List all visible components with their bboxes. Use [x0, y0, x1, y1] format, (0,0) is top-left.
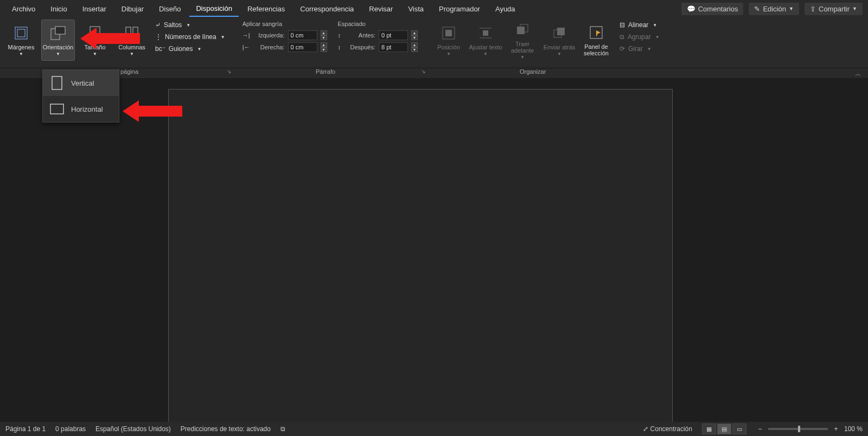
status-language[interactable]: Español (Estados Unidos): [95, 425, 171, 433]
rotate-button: ⟳ Girar ▼: [616, 43, 663, 54]
tab-diseno[interactable]: Diseño: [152, 2, 187, 16]
status-words[interactable]: 0 palabras: [55, 425, 86, 433]
print-layout-button[interactable]: ▤: [717, 424, 731, 434]
line-numbers-icon: ⋮: [155, 33, 162, 41]
spin-up[interactable]: ▲: [411, 30, 418, 35]
send-backward-icon: [551, 24, 568, 42]
spacing-before-label: Antes:: [344, 32, 375, 39]
share-label: Compartir: [819, 5, 850, 13]
status-page[interactable]: Página 1 de 1: [5, 425, 46, 433]
focus-mode-button[interactable]: ⤢ Concentración: [643, 425, 692, 433]
chevron-down-icon: ▼: [483, 52, 488, 56]
spin-up[interactable]: ▲: [321, 30, 327, 35]
page-setup-dialog-launcher[interactable]: ↘: [227, 68, 231, 74]
svg-rect-14: [557, 28, 565, 35]
margins-label: Márgenes: [8, 44, 35, 50]
spin-down[interactable]: ▼: [411, 47, 418, 52]
chevron-down-icon: ▼: [56, 52, 60, 56]
tab-referencias[interactable]: Referencias: [241, 2, 291, 16]
spin-up[interactable]: ▲: [321, 42, 327, 47]
tab-dibujar[interactable]: Dibujar: [115, 2, 150, 16]
send-label: Enviar atrás: [544, 44, 576, 50]
spacing-before-input[interactable]: [379, 30, 408, 40]
margins-button[interactable]: Márgenes ▼: [4, 20, 38, 61]
svg-rect-1: [17, 29, 25, 37]
indent-left-label: Izquierda:: [253, 32, 285, 39]
breaks-button[interactable]: ⤶ Saltos ▼: [152, 20, 228, 30]
hyphenation-icon: bc⁻: [155, 45, 165, 53]
orientation-vertical-item[interactable]: Vertical: [43, 70, 119, 96]
tab-archivo[interactable]: Archivo: [5, 2, 42, 16]
document-page[interactable]: [168, 89, 673, 436]
svg-rect-0: [15, 27, 27, 39]
chevron-down-icon: ▼: [186, 23, 190, 28]
spacing-before-icon: ↕: [338, 32, 341, 39]
orientation-horizontal-item[interactable]: Horizontal: [43, 96, 119, 122]
tab-disposicion[interactable]: Disposición: [189, 1, 238, 17]
line-numbers-button[interactable]: ⋮ Números de línea ▼: [152, 31, 228, 42]
view-buttons: ▦ ▤ ▭: [702, 424, 746, 434]
accessibility-icon[interactable]: ⧉: [280, 425, 285, 433]
line-numbers-label: Números de línea: [165, 33, 216, 41]
align-icon: ⊟: [620, 21, 625, 29]
paragraph-group-label: Párrafo: [316, 68, 335, 75]
wrap-text-icon: [477, 24, 494, 42]
zoom-value[interactable]: 100 %: [844, 425, 863, 433]
tab-vista[interactable]: Vista: [401, 2, 430, 16]
group-obj-label: Agrupar: [628, 33, 651, 41]
spin-down[interactable]: ▼: [321, 35, 327, 40]
rotate-label: Girar: [628, 45, 643, 53]
chevron-down-icon: ▼: [655, 35, 660, 40]
share-button[interactable]: ⇪ Compartir ▼: [805, 3, 863, 15]
spacing-after-input[interactable]: [379, 42, 408, 52]
chevron-down-icon: ▼: [653, 23, 657, 28]
tab-inicio[interactable]: Inicio: [44, 2, 73, 16]
orientation-button[interactable]: Orientación ▼: [41, 20, 75, 61]
wrap-label: Ajustar texto: [469, 44, 502, 50]
comments-button[interactable]: 💬 Comentarios: [681, 3, 744, 15]
vertical-label: Vertical: [71, 79, 94, 87]
position-icon: [440, 24, 457, 42]
zoom-out-button[interactable]: −: [756, 425, 764, 433]
indent-left-input[interactable]: [288, 30, 317, 40]
tab-programador[interactable]: Programador: [432, 2, 487, 16]
orientation-dropdown: Vertical Horizontal: [42, 69, 119, 123]
spacing-after-label: Después:: [344, 44, 375, 50]
web-layout-button[interactable]: ▭: [732, 424, 746, 434]
status-predictions[interactable]: Predicciones de texto: activado: [181, 425, 271, 433]
chevron-down-icon: ▼: [19, 52, 23, 56]
zoom-control: − + 100 %: [756, 425, 863, 433]
selection-pane-button[interactable]: Panel de selección: [579, 20, 613, 61]
zoom-in-button[interactable]: +: [832, 425, 840, 433]
align-label: Alinear: [628, 21, 648, 29]
group-objects-button: ⧉ Agrupar ▼: [616, 31, 663, 42]
group-icon: ⧉: [620, 33, 624, 41]
tab-revisar[interactable]: Revisar: [362, 2, 399, 16]
spin-up[interactable]: ▲: [411, 42, 418, 47]
svg-marker-21: [123, 100, 182, 122]
chevron-down-icon: ▼: [446, 52, 451, 56]
document-area: [0, 78, 868, 422]
bring-label: Traer adelante: [506, 41, 539, 54]
spacing-after-icon: ↕: [338, 44, 341, 50]
chevron-down-icon: ▼: [852, 6, 857, 11]
collapse-ribbon-button[interactable]: ︿: [855, 69, 861, 79]
align-button[interactable]: ⊟ Alinear ▼: [616, 20, 663, 30]
tab-correspondencia[interactable]: Correspondencia: [293, 2, 360, 16]
breaks-label: Saltos: [164, 21, 182, 29]
spin-down[interactable]: ▼: [321, 47, 327, 52]
horizontal-label: Horizontal: [71, 105, 103, 113]
arrange-group-label: Organizar: [520, 68, 546, 75]
zoom-slider[interactable]: [768, 428, 828, 430]
paragraph-dialog-launcher[interactable]: ↘: [421, 68, 425, 74]
indent-right-input[interactable]: [288, 42, 317, 52]
editing-button[interactable]: ✎ Edición ▼: [749, 3, 799, 15]
read-mode-button[interactable]: ▦: [702, 424, 716, 434]
spin-down[interactable]: ▼: [411, 35, 418, 40]
chevron-down-icon: ▼: [789, 6, 794, 11]
tab-ayuda[interactable]: Ayuda: [489, 2, 522, 16]
bring-forward-button: Traer adelante ▼: [506, 20, 539, 61]
tab-insertar[interactable]: Insertar: [76, 2, 113, 16]
hyphenation-button[interactable]: bc⁻ Guiones ▼: [152, 43, 228, 54]
svg-marker-20: [80, 28, 140, 49]
